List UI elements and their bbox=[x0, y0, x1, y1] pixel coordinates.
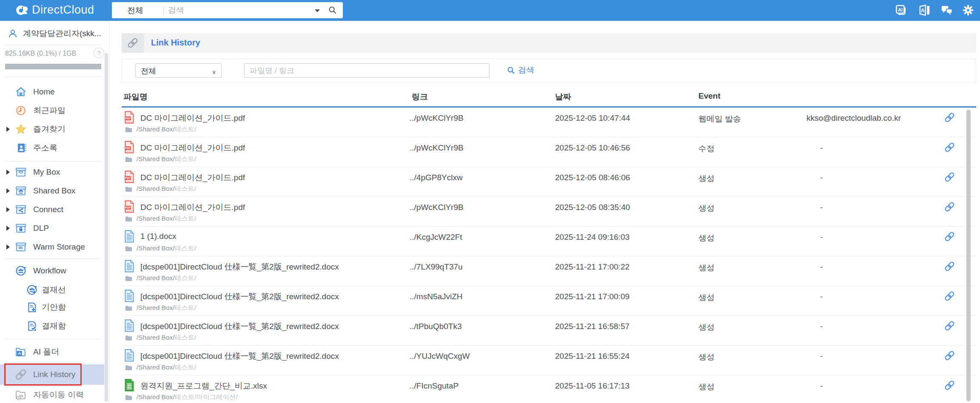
chat-icon[interactable] bbox=[941, 4, 953, 16]
sidebar-item-workflow[interactable]: Workflow bbox=[0, 261, 104, 280]
link-event: 생성 bbox=[698, 322, 715, 333]
expand-arrow-icon[interactable] bbox=[6, 207, 10, 212]
sidebar-item-dlp[interactable]: DLP bbox=[0, 219, 104, 238]
link-target: - bbox=[820, 173, 823, 182]
sidebar-item-label: 자동이동 이력 bbox=[33, 389, 84, 400]
link-icon[interactable] bbox=[944, 350, 955, 361]
sidebar-item-warm-storage[interactable]: Warm Storage bbox=[0, 238, 104, 256]
clock-icon bbox=[15, 105, 26, 116]
sidebar-item-approval-box[interactable]: 결재함 bbox=[0, 317, 104, 335]
ai-documents-icon[interactable]: AI bbox=[895, 4, 907, 16]
sidebar-item-recent-files[interactable]: 최근파일 bbox=[0, 101, 104, 120]
file-name[interactable]: DC 마이그레이션_가이드.pdf bbox=[140, 113, 245, 124]
folder-icon bbox=[125, 394, 132, 400]
file-name[interactable]: [dcspe001]DirectCloud 仕様一覧_第2版_rewrited2… bbox=[140, 321, 339, 332]
link-icon[interactable] bbox=[944, 290, 955, 302]
shared-box-icon bbox=[15, 185, 26, 196]
file-name[interactable]: 원격지원_프로그램_간단_비교.xlsx bbox=[140, 380, 267, 392]
brand-text: DirectCloud bbox=[32, 3, 94, 17]
link-event: 생성 bbox=[698, 262, 715, 273]
sidebar-item-home[interactable]: Home bbox=[0, 82, 104, 101]
link-history-icon bbox=[14, 368, 27, 381]
sidebar-scrollbar[interactable] bbox=[105, 53, 108, 402]
filter-scope-select[interactable]: 전체 ∨ bbox=[135, 63, 222, 78]
file-name[interactable]: DC 마이그레이션_가이드.pdf bbox=[140, 202, 245, 213]
link-icon[interactable] bbox=[944, 261, 955, 272]
file-name[interactable]: DC 마이그레이션_가이드.pdf bbox=[140, 142, 245, 153]
docx-file-icon bbox=[124, 289, 134, 302]
sidebar-item-draft-box[interactable]: 기안함 bbox=[0, 298, 104, 317]
folder-icon bbox=[125, 275, 132, 281]
sidebar-item-auto-move-history[interactable]: 자동이동 이력 bbox=[0, 386, 104, 403]
search-icon[interactable] bbox=[328, 6, 337, 14]
folder-icon bbox=[125, 335, 132, 341]
divider bbox=[5, 339, 101, 339]
divider bbox=[5, 363, 101, 363]
global-search-input[interactable] bbox=[167, 3, 309, 17]
gear-icon[interactable] bbox=[962, 4, 974, 16]
file-name[interactable]: 1 (1).docx bbox=[140, 232, 176, 241]
ai-folder-icon: AI bbox=[15, 346, 26, 358]
expand-arrow-icon[interactable] bbox=[6, 127, 10, 132]
link-url: ../tPbuQb0Tk3 bbox=[410, 322, 462, 331]
link-icon[interactable] bbox=[944, 112, 955, 123]
table-row: 1 (1).docx /Shared Box/테스트/ ../KcgJcW22F… bbox=[122, 227, 976, 256]
link-event: 생성 bbox=[698, 233, 715, 244]
search-scope-caret-icon[interactable] bbox=[315, 9, 320, 12]
file-name[interactable]: [dcspe001]DirectCloud 仕様一覧_第2版_rewrited2… bbox=[140, 261, 339, 272]
file-name[interactable]: [dcspe001]DirectCloud 仕様一覧_第2版_rewrited2… bbox=[140, 291, 339, 302]
svg-text:AI: AI bbox=[18, 352, 21, 355]
expand-arrow-icon[interactable] bbox=[6, 170, 10, 175]
divider bbox=[5, 161, 101, 162]
address-book-icon bbox=[15, 142, 26, 153]
approval-check-document-icon bbox=[26, 321, 37, 332]
sidebar-item-label: 최근파일 bbox=[33, 105, 66, 116]
sidebar-item-label: Home bbox=[33, 87, 55, 96]
directcloud-logo[interactable]: DirectCloud bbox=[15, 3, 94, 17]
workflow-icon bbox=[15, 265, 26, 276]
table-row: DC 마이그레이션_가이드.pdf /Shared Box/테스트/ ../4p… bbox=[122, 167, 976, 197]
search-button-label: 검색 bbox=[518, 65, 534, 76]
sidebar-item-my-box[interactable]: My Box bbox=[0, 163, 104, 182]
star-icon bbox=[15, 124, 26, 135]
sidebar-item-approval-line[interactable]: 결재선 bbox=[0, 281, 104, 299]
help-icon[interactable]: ? bbox=[94, 48, 104, 58]
expand-arrow-icon[interactable] bbox=[6, 188, 10, 193]
sidebar-item-address-book[interactable]: 주소록 bbox=[0, 139, 104, 157]
user-name: 계약담당관리자(skk... bbox=[23, 28, 101, 39]
auto-move-folder-icon bbox=[15, 389, 26, 400]
search-button[interactable]: 검색 bbox=[507, 65, 534, 76]
link-icon[interactable] bbox=[944, 201, 955, 213]
svg-text:A: A bbox=[921, 7, 925, 14]
expand-arrow-icon[interactable] bbox=[6, 244, 10, 250]
link-icon[interactable] bbox=[944, 171, 955, 183]
sidebar-item-link-history[interactable]: Link History bbox=[0, 365, 104, 384]
translate-icon[interactable]: A bbox=[919, 4, 931, 16]
sidebar-item-label: Workflow bbox=[33, 266, 66, 275]
search-scope-select[interactable]: 전체 bbox=[127, 5, 143, 16]
sidebar-item-label: 결재함 bbox=[42, 321, 66, 332]
sidebar-item-shared-box[interactable]: Shared Box bbox=[0, 182, 104, 200]
user-account[interactable]: 계약담당관리자(skk... bbox=[8, 28, 101, 39]
link-icon[interactable] bbox=[944, 320, 955, 332]
link-icon[interactable] bbox=[944, 231, 955, 242]
filter-keyword-input[interactable] bbox=[244, 63, 490, 78]
sidebar-item-label: Warm Storage bbox=[33, 242, 85, 252]
link-url: ../FIcnSgutaP bbox=[410, 381, 459, 391]
expand-arrow-icon[interactable] bbox=[6, 226, 10, 231]
sidebar-item-ai-folder[interactable]: AI AI 폴더 bbox=[0, 343, 104, 361]
user-icon bbox=[8, 28, 18, 39]
link-icon[interactable] bbox=[944, 380, 955, 391]
pdf-file-icon bbox=[124, 111, 134, 124]
file-name[interactable]: [dcspe001]DirectCloud 仕様一覧_第2版_rewrited2… bbox=[140, 351, 339, 362]
link-target: - bbox=[820, 143, 823, 153]
my-box-icon bbox=[15, 167, 26, 178]
sidebar-item-favorites[interactable]: 즐겨찾기 bbox=[0, 120, 104, 139]
folder-icon bbox=[125, 186, 132, 192]
link-event: 생성 bbox=[698, 381, 715, 392]
file-name[interactable]: DC 마이그레이션_가이드.pdf bbox=[140, 172, 245, 183]
sidebar-item-connect[interactable]: Connect bbox=[0, 200, 104, 219]
link-icon[interactable] bbox=[944, 142, 955, 153]
filter-scope-value: 전체 bbox=[141, 66, 156, 76]
table-scrollbar[interactable] bbox=[966, 110, 971, 401]
